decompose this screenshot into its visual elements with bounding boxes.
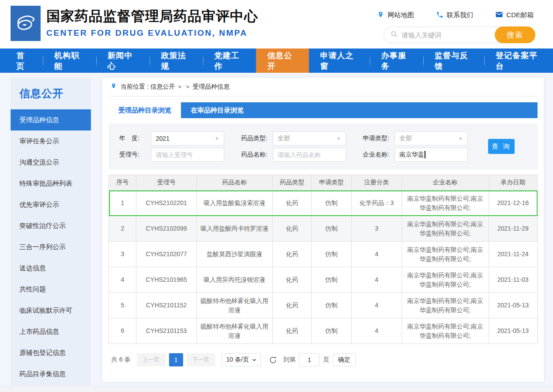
sidebar-item-accepted-varieties[interactable]: 受理品种信息 (11, 109, 91, 131)
nav-item-party[interactable]: 党建工作 (203, 49, 256, 73)
acceptance-no-label: 受理号: (119, 151, 151, 159)
cell-company: 南京华盖制药有限公司;南京华盖制药有限公司; (402, 216, 489, 242)
apply-type-filter: 申请类型: 全部 ▼ (363, 131, 468, 146)
sidebar-item-communication[interactable]: 沟通交流公示 (11, 152, 91, 173)
cde-mail-label: CDE邮箱 (506, 11, 534, 19)
site-header: 国家药品监督管理局药品审评中心 CENTER FOR DRUG EVALUATI… (0, 0, 553, 49)
drug-type-value: 全部 (278, 134, 290, 142)
year-select[interactable]: 2021 ▼ (151, 131, 224, 146)
nav-item-registration-platform[interactable]: 登记备案平台 (485, 49, 553, 73)
site-search-button[interactable]: 搜索 (495, 26, 535, 43)
cell-drug-type: 化药 (273, 318, 312, 344)
cell-apply-type: 仿制 (312, 190, 351, 216)
year-label: 年 度: (119, 134, 151, 142)
sidebar-item-common-issues[interactable]: 共性问题 (11, 279, 91, 300)
contact-link[interactable]: 联系我们 (436, 11, 473, 20)
table-row[interactable]: 1 CYHS2102201 吸入用盐酸氨溴索溶液 化药 仿制 化学药品：3 南京… (109, 190, 538, 216)
apply-type-select[interactable]: 全部 ▼ (395, 131, 468, 146)
table-row[interactable]: 6 CYHS2101153 硫酸特布他林雾化吸入用溶液 化药 仿制 4 南京华盖… (109, 318, 538, 344)
tab-accepted-catalog[interactable]: 受理品种目录浏览 (109, 102, 181, 118)
breadcrumb: 当前位置 : 信息公开 ＞ ＞ 受理品种信息 (109, 78, 538, 97)
text-caret (425, 151, 425, 158)
sidebar-item-clinical-trial-license[interactable]: 临床试验默示许可 (11, 300, 91, 321)
content-card: 当前位置 : 信息公开 ＞ ＞ 受理品种信息 受理品种目录浏览 在审品种目录浏览… (102, 78, 544, 382)
company-name-label: 企业名称: (363, 151, 395, 159)
cell-reg-category: 4 (351, 242, 402, 267)
search-icon (390, 30, 398, 40)
acceptance-no-input[interactable] (156, 151, 219, 158)
cell-no: 3 (109, 242, 136, 267)
cell-drug-name: 吸入用盐酸丙卡特罗溶液 (196, 216, 273, 242)
next-page-button[interactable]: 下一页 (187, 353, 215, 366)
cde-mail-link[interactable]: CDE邮箱 (495, 11, 534, 20)
sidebar-item-marketed-drugs[interactable]: 上市药品信息 (11, 321, 91, 342)
chevron-down-icon: ▼ (214, 136, 219, 141)
nav-item-services[interactable]: 办事服务 (370, 49, 423, 73)
cde-logo-icon (14, 11, 38, 36)
page-size-select[interactable]: 10 条/页 (222, 353, 261, 366)
main-area: 信息公开 受理品种信息 审评任务公示 沟通交流公示 特殊审批品种列表 优先审评公… (0, 73, 553, 386)
table-row[interactable]: 4 CYHS2101965 吸入用异丙托溴铵溶液 化药 仿制 4 南京华盖制药有… (109, 267, 538, 293)
drug-name-filter: 药品名称: (241, 148, 346, 162)
col-header-drug-type: 药品类型 (273, 175, 312, 190)
cell-apply-type: 仿制 (312, 267, 351, 293)
breadcrumb-pin-icon (110, 83, 117, 91)
phone-icon (436, 11, 444, 20)
sidebar-item-special-approval[interactable]: 特殊审批品种列表 (11, 173, 91, 194)
filter-panel: 年 度: 2021 ▼ 药品类型: 全部 ▼ 申 (109, 123, 538, 169)
company-name-value: 南京华盖 (399, 151, 424, 159)
table-row[interactable]: 3 CYHS2102077 盐酸莫西沙星滴眼液 化药 仿制 4 南京华盖制药有限… (109, 242, 538, 267)
company-name-input[interactable]: 南京华盖 (395, 148, 468, 162)
cell-date: 2021-12-16 (489, 190, 537, 216)
nav-item-functions[interactable]: 机构职能 (43, 49, 96, 73)
table-row[interactable]: 5 CYHS2101152 硫酸特布他林雾化吸入用溶液 化药 仿制 4 南京华盖… (109, 293, 538, 318)
nav-item-policies[interactable]: 政策法规 (150, 49, 203, 73)
goto-confirm-button[interactable]: 确定 (333, 353, 356, 366)
sidebar-item-excipients-registration[interactable]: 原辅包登记信息 (11, 342, 91, 363)
site-subtitle: CENTER FOR DRUG EVALUATION, NMPA (46, 28, 258, 38)
page-size-value: 10 条/页 (226, 356, 249, 364)
sidebar-item-priority-review[interactable]: 优先审评公示 (11, 194, 91, 215)
cell-date: 2021-11-24 (489, 242, 537, 267)
nav-item-home[interactable]: 首页 (5, 49, 43, 73)
filter-row-1: 年 度: 2021 ▼ 药品类型: 全部 ▼ 申 (119, 131, 530, 146)
site-search: 搜索 (384, 26, 535, 43)
tab-under-review-catalog[interactable]: 在审品种目录浏览 (181, 102, 253, 118)
nav-item-info-disclosure[interactable]: 信息公开 (256, 49, 309, 73)
cde-logo (11, 6, 41, 41)
refresh-icon[interactable] (269, 356, 277, 364)
apply-type-value: 全部 (399, 134, 412, 142)
sidebar-item-drug-catalog[interactable]: 药品目录集信息 (11, 363, 91, 385)
apply-type-label: 申请类型: (363, 134, 395, 142)
sidebar-item-breakthrough-therapy[interactable]: 突破性治疗公示 (11, 215, 91, 236)
goto-page-input[interactable] (299, 353, 320, 366)
cell-company: 南京华盖制药有限公司;南京华盖制药有限公司; (402, 293, 489, 318)
sitemap-link[interactable]: 网站地图 (377, 11, 414, 20)
cell-company: 南京华盖制药有限公司;南京华盖制药有限公司; (402, 318, 489, 344)
drug-type-filter: 药品类型: 全部 ▼ (241, 131, 346, 146)
mail-icon (495, 11, 503, 20)
col-header-date: 承办日期 (489, 175, 537, 190)
cell-apply-type: 仿制 (312, 293, 351, 318)
drug-type-select[interactable]: 全部 ▼ (273, 131, 346, 146)
cell-acceptance-no: CYHS2102077 (136, 242, 196, 267)
nav-item-supervision[interactable]: 监督与反馈 (424, 49, 484, 73)
drug-name-input[interactable] (278, 151, 341, 158)
table-row[interactable]: 2 CYHS2102099 吸入用盐酸丙卡特罗溶液 化药 仿制 3 南京华盖制药… (109, 216, 538, 242)
sidebar-item-three-in-one[interactable]: 三合一序列公示 (11, 236, 91, 258)
cell-date: 2021-11-29 (489, 216, 537, 242)
cell-drug-name: 硫酸特布他林雾化吸入用溶液 (196, 293, 273, 318)
prev-page-button[interactable]: 上一页 (137, 353, 166, 366)
site-title: 国家药品监督管理局药品审评中心 (46, 7, 258, 25)
cell-drug-type: 化药 (273, 293, 312, 318)
nav-item-news[interactable]: 新闻中心 (97, 49, 150, 73)
page-number-1[interactable]: 1 (169, 353, 183, 366)
drug-type-label: 药品类型: (241, 134, 273, 142)
company-name-filter: 企业名称: 南京华盖 (363, 148, 468, 162)
query-button[interactable]: 查 询 (488, 139, 515, 154)
sidebar-item-delivery-info[interactable]: 送达信息 (11, 258, 91, 279)
page: 国家药品监督管理局药品审评中心 CENTER FOR DRUG EVALUATI… (0, 0, 553, 392)
cell-no: 6 (109, 318, 136, 344)
nav-item-applicant-window[interactable]: 申请人之窗 (309, 49, 369, 73)
sidebar-item-review-tasks[interactable]: 审评任务公示 (11, 131, 91, 152)
